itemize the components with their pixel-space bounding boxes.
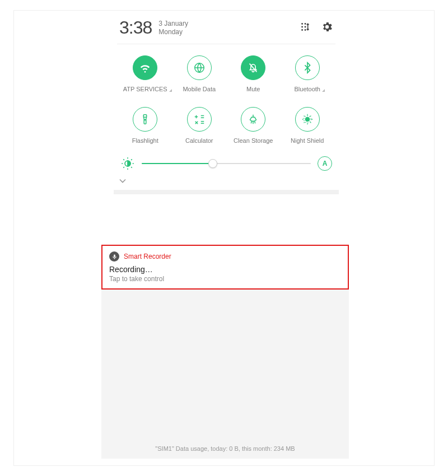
clock-date: 3 January Monday <box>158 20 188 36</box>
tile-label-night: Night Shield <box>291 137 324 144</box>
tile-label-mute: Mute <box>246 86 260 92</box>
status-header: 3:38 3 January Monday <box>117 13 335 44</box>
tile-label-flashlight: Flashlight <box>132 137 158 144</box>
bell-off-icon[interactable] <box>241 55 265 80</box>
wifi-icon[interactable] <box>133 55 157 80</box>
svg-point-4 <box>301 29 303 31</box>
svg-point-2 <box>301 26 303 28</box>
microphone-icon <box>109 251 119 262</box>
quick-settings-panel: 3:38 3 January Monday <box>117 13 335 194</box>
brightness-row: A <box>117 148 335 174</box>
svg-point-8 <box>145 119 146 120</box>
tiles-grid: ATP SERVICESMobile DataMuteBluetoothFlas… <box>117 44 335 148</box>
notification-card-smart-recorder[interactable]: Smart Recorder Recording… Tap to take co… <box>101 245 349 290</box>
tile-label-clean: Clean Storage <box>234 137 273 144</box>
tile-bluetooth[interactable]: Bluetooth <box>281 55 335 92</box>
tile-label-data: Mobile Data <box>183 86 216 92</box>
notification-subtitle: Tap to take control <box>109 275 341 283</box>
clock-time: 3:38 <box>119 17 152 38</box>
svg-point-5 <box>305 29 306 31</box>
tile-label-wifi: ATP SERVICES <box>123 86 167 92</box>
tile-wifi[interactable]: ATP SERVICES <box>118 55 172 92</box>
svg-rect-7 <box>144 115 147 118</box>
flashlight-icon[interactable] <box>133 107 157 132</box>
globe-icon[interactable] <box>187 55 212 80</box>
svg-point-3 <box>305 26 306 28</box>
svg-point-0 <box>301 23 303 25</box>
night-icon[interactable] <box>295 107 320 132</box>
broom-icon[interactable] <box>241 107 265 132</box>
tile-clean[interactable]: Clean Storage <box>226 107 281 144</box>
notification-title: Recording… <box>109 265 341 274</box>
svg-point-9 <box>305 117 309 121</box>
notification-app-name: Smart Recorder <box>124 253 171 260</box>
data-usage-footer: "SIM1" Data usage, today: 0 B, this mont… <box>101 445 349 452</box>
tile-label-calculator: Calculator <box>185 137 213 144</box>
tile-data[interactable]: Mobile Data <box>172 55 227 92</box>
tile-flashlight[interactable]: Flashlight <box>118 107 172 144</box>
calculator-icon[interactable] <box>187 107 212 132</box>
tile-mute[interactable]: Mute <box>226 55 281 92</box>
panel-shadow <box>114 190 339 194</box>
brightness-slider[interactable] <box>142 163 311 164</box>
auto-brightness-button[interactable]: A <box>318 156 332 171</box>
brightness-thumb[interactable] <box>208 159 217 168</box>
notification-shade: Smart Recorder Recording… Tap to take co… <box>101 245 349 459</box>
expand-chevron-icon[interactable] <box>117 174 335 190</box>
svg-point-1 <box>305 23 306 25</box>
bluetooth-icon[interactable] <box>295 55 320 80</box>
tile-night[interactable]: Night Shield <box>281 107 335 144</box>
brightness-icon <box>120 156 135 171</box>
tile-calculator[interactable]: Calculator <box>172 107 227 144</box>
settings-gear-icon[interactable] <box>321 21 333 33</box>
tile-label-bluetooth: Bluetooth <box>295 86 320 92</box>
edit-tiles-icon[interactable] <box>300 21 312 33</box>
